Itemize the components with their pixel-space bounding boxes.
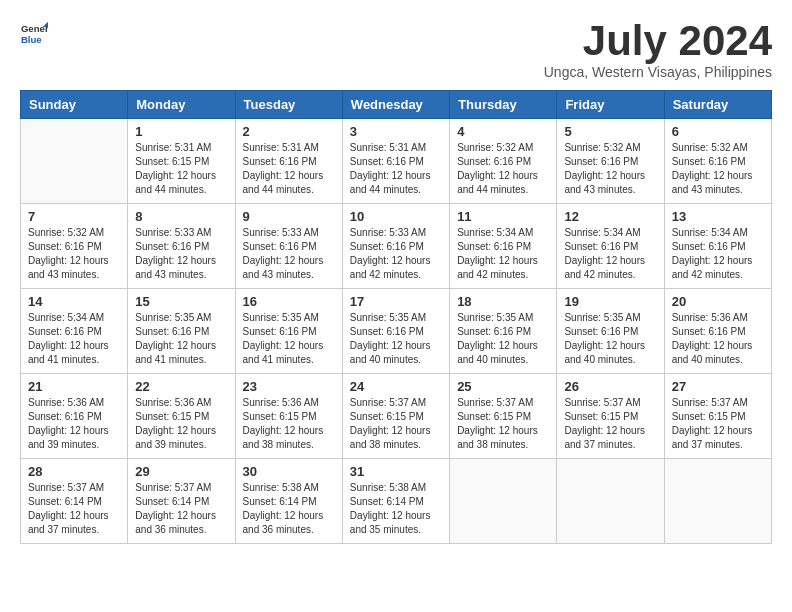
calendar-cell: 18Sunrise: 5:35 AMSunset: 6:16 PMDayligh… — [450, 289, 557, 374]
calendar-cell: 4Sunrise: 5:32 AMSunset: 6:16 PMDaylight… — [450, 119, 557, 204]
day-number: 29 — [135, 464, 227, 479]
day-number: 28 — [28, 464, 120, 479]
day-number: 11 — [457, 209, 549, 224]
day-number: 22 — [135, 379, 227, 394]
day-number: 2 — [243, 124, 335, 139]
day-info: Sunrise: 5:38 AMSunset: 6:14 PMDaylight:… — [243, 481, 335, 537]
calendar-cell: 13Sunrise: 5:34 AMSunset: 6:16 PMDayligh… — [664, 204, 771, 289]
calendar-cell: 31Sunrise: 5:38 AMSunset: 6:14 PMDayligh… — [342, 459, 449, 544]
day-number: 24 — [350, 379, 442, 394]
day-info: Sunrise: 5:34 AMSunset: 6:16 PMDaylight:… — [28, 311, 120, 367]
calendar-cell: 8Sunrise: 5:33 AMSunset: 6:16 PMDaylight… — [128, 204, 235, 289]
calendar-cell: 24Sunrise: 5:37 AMSunset: 6:15 PMDayligh… — [342, 374, 449, 459]
location-title: Ungca, Western Visayas, Philippines — [544, 64, 772, 80]
day-number: 12 — [564, 209, 656, 224]
day-info: Sunrise: 5:36 AMSunset: 6:15 PMDaylight:… — [135, 396, 227, 452]
week-row-2: 7Sunrise: 5:32 AMSunset: 6:16 PMDaylight… — [21, 204, 772, 289]
day-number: 10 — [350, 209, 442, 224]
weekday-header-sunday: Sunday — [21, 91, 128, 119]
day-info: Sunrise: 5:31 AMSunset: 6:16 PMDaylight:… — [243, 141, 335, 197]
day-info: Sunrise: 5:35 AMSunset: 6:16 PMDaylight:… — [457, 311, 549, 367]
day-number: 31 — [350, 464, 442, 479]
weekday-header-wednesday: Wednesday — [342, 91, 449, 119]
calendar-cell: 5Sunrise: 5:32 AMSunset: 6:16 PMDaylight… — [557, 119, 664, 204]
calendar-cell — [664, 459, 771, 544]
weekday-header-monday: Monday — [128, 91, 235, 119]
day-number: 9 — [243, 209, 335, 224]
day-info: Sunrise: 5:36 AMSunset: 6:15 PMDaylight:… — [243, 396, 335, 452]
day-info: Sunrise: 5:35 AMSunset: 6:16 PMDaylight:… — [564, 311, 656, 367]
day-info: Sunrise: 5:37 AMSunset: 6:14 PMDaylight:… — [135, 481, 227, 537]
day-number: 5 — [564, 124, 656, 139]
calendar-cell: 15Sunrise: 5:35 AMSunset: 6:16 PMDayligh… — [128, 289, 235, 374]
calendar-cell — [21, 119, 128, 204]
day-number: 25 — [457, 379, 549, 394]
day-info: Sunrise: 5:32 AMSunset: 6:16 PMDaylight:… — [457, 141, 549, 197]
day-number: 27 — [672, 379, 764, 394]
day-info: Sunrise: 5:37 AMSunset: 6:14 PMDaylight:… — [28, 481, 120, 537]
calendar-cell: 16Sunrise: 5:35 AMSunset: 6:16 PMDayligh… — [235, 289, 342, 374]
week-row-1: 1Sunrise: 5:31 AMSunset: 6:15 PMDaylight… — [21, 119, 772, 204]
day-number: 1 — [135, 124, 227, 139]
logo: General Blue — [20, 20, 48, 48]
day-number: 21 — [28, 379, 120, 394]
calendar-cell: 10Sunrise: 5:33 AMSunset: 6:16 PMDayligh… — [342, 204, 449, 289]
calendar-cell: 21Sunrise: 5:36 AMSunset: 6:16 PMDayligh… — [21, 374, 128, 459]
title-area: July 2024 Ungca, Western Visayas, Philip… — [544, 20, 772, 80]
day-number: 15 — [135, 294, 227, 309]
week-row-5: 28Sunrise: 5:37 AMSunset: 6:14 PMDayligh… — [21, 459, 772, 544]
calendar-cell — [450, 459, 557, 544]
calendar-cell: 12Sunrise: 5:34 AMSunset: 6:16 PMDayligh… — [557, 204, 664, 289]
logo-icon: General Blue — [20, 20, 48, 48]
calendar-table: SundayMondayTuesdayWednesdayThursdayFrid… — [20, 90, 772, 544]
calendar-cell: 14Sunrise: 5:34 AMSunset: 6:16 PMDayligh… — [21, 289, 128, 374]
calendar-cell: 6Sunrise: 5:32 AMSunset: 6:16 PMDaylight… — [664, 119, 771, 204]
week-row-4: 21Sunrise: 5:36 AMSunset: 6:16 PMDayligh… — [21, 374, 772, 459]
day-info: Sunrise: 5:37 AMSunset: 6:15 PMDaylight:… — [672, 396, 764, 452]
calendar-cell: 3Sunrise: 5:31 AMSunset: 6:16 PMDaylight… — [342, 119, 449, 204]
day-number: 3 — [350, 124, 442, 139]
day-info: Sunrise: 5:33 AMSunset: 6:16 PMDaylight:… — [243, 226, 335, 282]
day-info: Sunrise: 5:33 AMSunset: 6:16 PMDaylight:… — [135, 226, 227, 282]
day-info: Sunrise: 5:33 AMSunset: 6:16 PMDaylight:… — [350, 226, 442, 282]
calendar-cell: 30Sunrise: 5:38 AMSunset: 6:14 PMDayligh… — [235, 459, 342, 544]
calendar-cell: 25Sunrise: 5:37 AMSunset: 6:15 PMDayligh… — [450, 374, 557, 459]
calendar-cell: 22Sunrise: 5:36 AMSunset: 6:15 PMDayligh… — [128, 374, 235, 459]
weekday-header-friday: Friday — [557, 91, 664, 119]
calendar-cell: 27Sunrise: 5:37 AMSunset: 6:15 PMDayligh… — [664, 374, 771, 459]
day-number: 20 — [672, 294, 764, 309]
calendar-cell: 19Sunrise: 5:35 AMSunset: 6:16 PMDayligh… — [557, 289, 664, 374]
day-number: 16 — [243, 294, 335, 309]
week-row-3: 14Sunrise: 5:34 AMSunset: 6:16 PMDayligh… — [21, 289, 772, 374]
calendar-cell: 26Sunrise: 5:37 AMSunset: 6:15 PMDayligh… — [557, 374, 664, 459]
day-number: 17 — [350, 294, 442, 309]
svg-text:Blue: Blue — [21, 34, 42, 45]
day-number: 26 — [564, 379, 656, 394]
calendar-cell: 17Sunrise: 5:35 AMSunset: 6:16 PMDayligh… — [342, 289, 449, 374]
weekday-header-thursday: Thursday — [450, 91, 557, 119]
day-info: Sunrise: 5:35 AMSunset: 6:16 PMDaylight:… — [135, 311, 227, 367]
day-info: Sunrise: 5:37 AMSunset: 6:15 PMDaylight:… — [564, 396, 656, 452]
day-info: Sunrise: 5:38 AMSunset: 6:14 PMDaylight:… — [350, 481, 442, 537]
calendar-cell: 28Sunrise: 5:37 AMSunset: 6:14 PMDayligh… — [21, 459, 128, 544]
day-number: 7 — [28, 209, 120, 224]
calendar-cell: 20Sunrise: 5:36 AMSunset: 6:16 PMDayligh… — [664, 289, 771, 374]
day-number: 23 — [243, 379, 335, 394]
day-info: Sunrise: 5:37 AMSunset: 6:15 PMDaylight:… — [457, 396, 549, 452]
calendar-cell: 29Sunrise: 5:37 AMSunset: 6:14 PMDayligh… — [128, 459, 235, 544]
calendar-cell: 11Sunrise: 5:34 AMSunset: 6:16 PMDayligh… — [450, 204, 557, 289]
day-info: Sunrise: 5:35 AMSunset: 6:16 PMDaylight:… — [243, 311, 335, 367]
day-number: 18 — [457, 294, 549, 309]
calendar-cell: 23Sunrise: 5:36 AMSunset: 6:15 PMDayligh… — [235, 374, 342, 459]
month-title: July 2024 — [544, 20, 772, 62]
day-number: 8 — [135, 209, 227, 224]
day-number: 13 — [672, 209, 764, 224]
day-info: Sunrise: 5:31 AMSunset: 6:16 PMDaylight:… — [350, 141, 442, 197]
weekday-header-tuesday: Tuesday — [235, 91, 342, 119]
day-number: 30 — [243, 464, 335, 479]
day-info: Sunrise: 5:34 AMSunset: 6:16 PMDaylight:… — [672, 226, 764, 282]
day-info: Sunrise: 5:34 AMSunset: 6:16 PMDaylight:… — [564, 226, 656, 282]
day-info: Sunrise: 5:37 AMSunset: 6:15 PMDaylight:… — [350, 396, 442, 452]
day-number: 4 — [457, 124, 549, 139]
weekday-header-saturday: Saturday — [664, 91, 771, 119]
